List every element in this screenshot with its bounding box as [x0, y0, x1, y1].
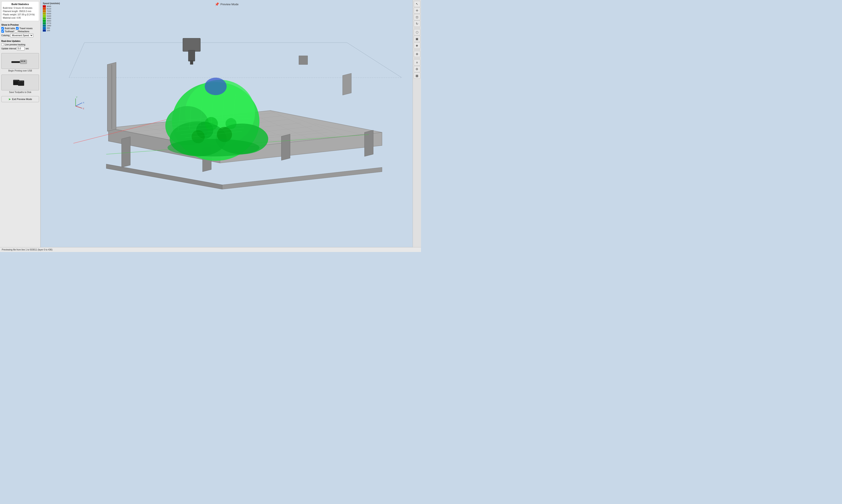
svg-marker-47	[365, 130, 373, 156]
svg-rect-10	[18, 81, 20, 82]
build-stats-title: Build Statistics	[3, 3, 37, 5]
stats-button[interactable]: ▦	[414, 73, 420, 79]
printer-svg: X Y Z	[40, 0, 413, 247]
status-text: Previewing file from line 1 to 503011 (l…	[2, 249, 52, 251]
update-interval-input[interactable]	[17, 47, 24, 51]
solid-view-button[interactable]: ⬡	[414, 29, 420, 35]
svg-rect-54	[183, 38, 200, 51]
update-interval-unit: sec	[25, 47, 29, 50]
preview-mode-text: Preview Mode	[220, 3, 238, 6]
save-disk-button[interactable]: Save Toolpaths to Disk	[1, 75, 39, 93]
pin-icon: 📌	[215, 2, 219, 6]
live-tracking-label: Live preview tracking	[5, 43, 25, 46]
plastic-weight: Plastic weight: 107.69 g (0.24 lb)	[3, 13, 37, 16]
center-viewport[interactable]: Speed (mm/min) 9000 8110 7220 6330 5440 …	[40, 0, 413, 247]
svg-rect-1	[20, 60, 27, 64]
svg-rect-7	[15, 80, 17, 81]
realtime-updates-section: Real-time Updates Live preview tracking …	[0, 39, 40, 52]
svg-rect-4	[20, 60, 21, 63]
svg-rect-0	[12, 61, 20, 63]
left-panel: Build Statistics Build time: 5 hours 43 …	[0, 0, 40, 247]
right-toolbar: ↖ ✛ ⊡ ↻ ⬡ ▣ ◈ ⊕ ≡ ⚙ ▦	[413, 0, 421, 247]
realtime-label: Real-time Updates	[1, 40, 39, 42]
svg-marker-46	[281, 134, 290, 160]
save-disk-label: Save Toolpaths to Disk	[1, 91, 39, 93]
printer-3d-scene[interactable]: X Y Z	[40, 0, 413, 247]
svg-text:X: X	[83, 101, 85, 104]
retractions-label: Retractions	[18, 30, 30, 33]
material-cost: Material cost: 4.95	[3, 16, 37, 19]
svg-rect-55	[188, 50, 195, 61]
status-bar: Previewing file from line 1 to 503011 (l…	[0, 247, 421, 252]
coloring-row: Coloring Movement Speed	[1, 34, 39, 37]
update-interval-label: Update interval	[1, 47, 16, 50]
travel-moves-checkbox[interactable]	[16, 27, 19, 30]
svg-rect-6	[14, 80, 15, 81]
toolbar-separator-3	[414, 58, 420, 58]
layers-button[interactable]: ≡	[414, 59, 420, 66]
live-tracking-row: Live preview tracking	[1, 43, 39, 46]
print-usb-thumbnail	[1, 53, 39, 69]
retractions-checkbox[interactable]	[15, 30, 17, 33]
svg-rect-56	[190, 60, 193, 65]
move-tool-button[interactable]: ✛	[414, 7, 420, 14]
axis-button[interactable]: ⊕	[414, 51, 420, 57]
save-disk-thumbnail	[1, 75, 39, 90]
toolbar-separator-2	[414, 50, 420, 50]
filament-length: Filament length: 35819.3 mm	[3, 10, 37, 13]
exit-preview-button[interactable]: ➤ Exit Preview Mode	[1, 96, 39, 102]
settings-button[interactable]: ⚙	[414, 66, 420, 72]
print-usb-label: Begin Printing over USB	[1, 70, 39, 72]
svg-marker-44	[122, 137, 130, 167]
sd-card-icon	[12, 76, 29, 89]
toolbar-separator-1	[414, 28, 420, 28]
print-usb-button[interactable]: Begin Printing over USB	[1, 53, 39, 72]
show-in-preview-label: Show in Preview	[1, 24, 39, 26]
toolhead-row: Toolhead Retractions	[1, 30, 39, 33]
toolhead-checkbox[interactable]	[1, 30, 4, 33]
svg-rect-11	[20, 81, 21, 82]
svg-point-70	[205, 78, 227, 95]
exit-preview-arrow-icon: ➤	[8, 97, 11, 101]
build-table-checkbox[interactable]	[1, 27, 4, 30]
rotate-tool-button[interactable]: ↻	[414, 21, 420, 27]
fit-view-button[interactable]: ⊡	[414, 14, 420, 20]
svg-rect-3	[23, 61, 25, 61]
exit-preview-label: Exit Preview Mode	[12, 98, 32, 101]
wireframe-view-button[interactable]: ▣	[414, 36, 420, 42]
live-tracking-checkbox[interactable]	[1, 43, 4, 46]
svg-marker-52	[343, 73, 352, 95]
coloring-label: Coloring	[1, 34, 10, 37]
build-table-row: Build table Travel moves	[1, 27, 39, 30]
isometric-view-button[interactable]: ◈	[414, 42, 420, 49]
travel-moves-label: Travel moves	[19, 27, 33, 30]
svg-text:Z: Z	[83, 107, 84, 110]
coloring-select[interactable]: Movement Speed	[10, 34, 33, 37]
toolhead-label: Toolhead	[5, 30, 14, 33]
usb-icon	[12, 55, 29, 67]
select-tool-button[interactable]: ↖	[414, 1, 420, 7]
preview-mode-label: 📌 Preview Mode	[215, 2, 238, 6]
svg-rect-12	[22, 81, 23, 82]
svg-point-88	[167, 139, 259, 156]
svg-text:Y: Y	[76, 96, 78, 98]
update-interval-row: Update interval sec	[1, 47, 39, 51]
build-table-label: Build table	[5, 27, 15, 30]
build-time: Build time: 5 hours 43 minutes	[3, 6, 37, 10]
svg-marker-51	[299, 56, 308, 65]
svg-rect-2	[21, 61, 23, 61]
build-statistics-panel: Build Statistics Build time: 5 hours 43 …	[1, 1, 39, 21]
svg-point-73	[205, 117, 218, 130]
show-in-preview-section: Show in Preview Build table Travel moves…	[0, 22, 40, 39]
